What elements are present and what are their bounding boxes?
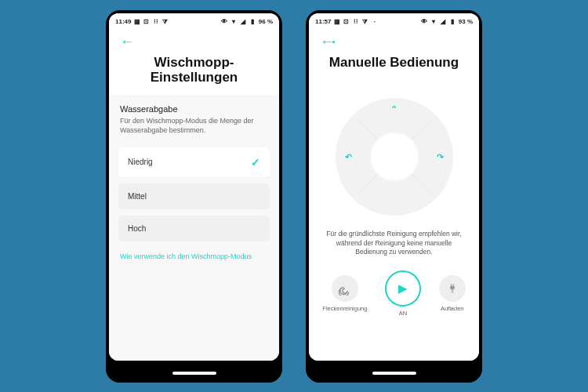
- status-bar: 11:57 ▦ ⊡ ⁝⁝ ⧩ · 👁 ▾ ◢ ▮ 93 %: [309, 13, 479, 29]
- eye-icon: 👁: [421, 18, 428, 25]
- back-button[interactable]: ←: [120, 34, 134, 49]
- check-icon: ✓: [251, 156, 260, 169]
- android-nav: [306, 364, 482, 383]
- notification-icon: ⧩: [361, 18, 368, 25]
- battery-icon: ▮: [249, 18, 256, 25]
- notification-dot: [332, 41, 335, 43]
- spot-clean-action[interactable]: Fleckenreinigung: [322, 275, 367, 312]
- notification-icon: ⁝⁝: [352, 18, 359, 25]
- signal-icon: ◢: [240, 18, 247, 25]
- status-left: 11:57 ▦ ⊡ ⁝⁝ ⧩ ·: [315, 18, 378, 25]
- eye-icon: 👁: [221, 18, 228, 25]
- signal-icon: ◢: [440, 18, 447, 25]
- status-time: 11:57: [315, 18, 331, 25]
- status-right: 👁 ▾ ◢ ▮ 93 %: [421, 18, 473, 25]
- help-link[interactable]: Wie verwende ich den Wischmopp-Modus: [109, 241, 279, 271]
- phone-right: 11:57 ▦ ⊡ ⁝⁝ ⧩ · 👁 ▾ ◢ ▮ 93 % ← Manuelle…: [306, 10, 482, 383]
- notification-icon: ▦: [333, 18, 340, 25]
- dpad-center[interactable]: [371, 133, 418, 180]
- option-medium[interactable]: Mittel: [118, 183, 270, 209]
- notification-icon: ▦: [133, 18, 140, 25]
- action-label: AN: [399, 310, 407, 317]
- notification-icon: ⊡: [143, 18, 150, 25]
- dpad-up[interactable]: ⌃: [390, 104, 397, 114]
- bottom-actions: Fleckenreinigung ▶ AN Aufladen: [309, 256, 479, 325]
- home-indicator[interactable]: [172, 372, 216, 375]
- play-icon: ▶: [385, 270, 421, 307]
- app-header: ←: [109, 29, 279, 50]
- status-battery: 96 %: [259, 18, 273, 25]
- section-description: Für den Wischmopp-Modus die Menge der Wa…: [120, 116, 268, 135]
- plug-icon: [439, 275, 466, 302]
- action-label: Aufladen: [441, 305, 464, 312]
- battery-icon: ▮: [449, 18, 456, 25]
- status-battery: 93 %: [459, 18, 473, 25]
- dpad-rotate-left[interactable]: ↶: [345, 152, 352, 162]
- home-indicator[interactable]: [372, 372, 416, 375]
- app-header: ←: [309, 29, 479, 50]
- dpad-rotate-right[interactable]: ↷: [437, 152, 444, 162]
- option-label: Niedrig: [128, 158, 153, 166]
- status-right: 👁 ▾ ◢ ▮ 96 %: [221, 18, 273, 25]
- notification-icon: ⧩: [162, 18, 169, 25]
- water-level-options: Niedrig ✓ Mittel Hoch: [109, 135, 279, 241]
- page-title: Wischmopp-Einstellungen: [109, 50, 279, 95]
- dock-action[interactable]: Aufladen: [439, 275, 466, 312]
- section-label: Wasserabgabe: [120, 104, 268, 114]
- wifi-icon: ▾: [230, 18, 238, 25]
- option-label: Hoch: [128, 224, 146, 233]
- android-nav: [106, 364, 282, 383]
- status-left: 11:49 ▦ ⊡ ⁝⁝ ⧩: [115, 18, 169, 25]
- power-action[interactable]: ▶ AN: [385, 270, 421, 317]
- more-icon: ·: [371, 18, 378, 25]
- wifi-icon: ▾: [430, 18, 437, 25]
- notification-icon: ⊡: [343, 18, 350, 25]
- water-section: Wasserabgabe Für den Wischmopp-Modus die…: [109, 95, 279, 135]
- option-label: Mittel: [128, 192, 147, 201]
- screen-manual-control: 11:57 ▦ ⊡ ⁝⁝ ⧩ · 👁 ▾ ◢ ▮ 93 % ← Manuelle…: [309, 13, 479, 361]
- notification-icon: ⁝⁝: [152, 18, 159, 25]
- status-bar: 11:49 ▦ ⊡ ⁝⁝ ⧩ 👁 ▾ ◢ ▮ 96 %: [109, 13, 279, 29]
- status-time: 11:49: [115, 18, 131, 25]
- dpad-area: ⌃ ↶ ↷: [309, 79, 479, 223]
- manual-tip: Für die gründlichste Reinigung empfehlen…: [309, 223, 479, 256]
- page-title: Manuelle Bedienung: [309, 50, 479, 80]
- screen-mop-settings: 11:49 ▦ ⊡ ⁝⁝ ⧩ 👁 ▾ ◢ ▮ 96 % ← Wischmopp-…: [109, 13, 279, 361]
- option-low[interactable]: Niedrig ✓: [118, 147, 270, 177]
- phone-left: 11:49 ▦ ⊡ ⁝⁝ ⧩ 👁 ▾ ◢ ▮ 96 % ← Wischmopp-…: [106, 10, 282, 383]
- spiral-icon: [332, 275, 358, 302]
- action-label: Fleckenreinigung: [322, 305, 367, 312]
- direction-pad: ⌃ ↶ ↷: [336, 98, 453, 216]
- option-high[interactable]: Hoch: [118, 216, 270, 241]
